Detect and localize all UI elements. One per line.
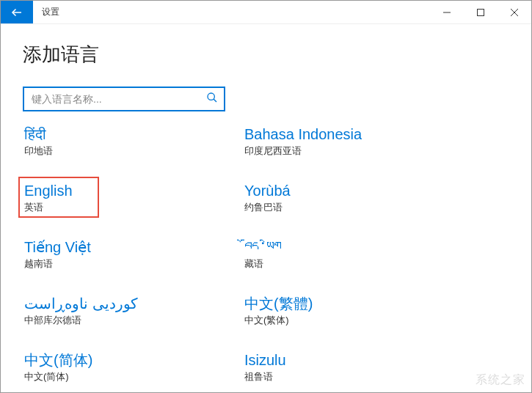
language-local-name: 藏语: [244, 257, 462, 271]
svg-point-5: [208, 93, 214, 100]
language-native-name: کوردیی ناوەڕاست: [24, 294, 241, 313]
titlebar: 设置: [1, 1, 531, 24]
titlebar-spacer: [68, 1, 430, 23]
language-native-name: Tiếng Việt: [24, 238, 241, 257]
maximize-button[interactable]: [464, 1, 498, 23]
language-native-name: हिंदी: [24, 125, 241, 144]
language-native-name: Isizulu: [244, 350, 462, 370]
language-grid: हिंदी印地语Bahasa Indonesia印度尼西亚语English英语Y…: [23, 122, 509, 393]
language-native-name: Yorùbá: [244, 181, 462, 200]
language-local-name: 祖鲁语: [244, 370, 462, 383]
search-box[interactable]: [23, 87, 225, 111]
language-local-name: 印地语: [24, 144, 241, 158]
language-native-name: 中文(简体): [24, 350, 241, 370]
language-local-name: 约鲁巴语: [244, 201, 462, 214]
back-button[interactable]: [1, 1, 33, 23]
language-native-name: Bahasa Indonesia: [244, 125, 462, 144]
language-local-name: 中部库尔德语: [24, 314, 241, 327]
language-local-name: 印度尼西亚语: [244, 144, 462, 158]
search-icon: [206, 92, 218, 106]
language-local-name: 越南语: [24, 257, 241, 271]
minimize-button[interactable]: [430, 1, 464, 23]
language-item[interactable]: English英语: [23, 178, 243, 217]
language-item[interactable]: བོད་ཡིག藏语: [243, 235, 463, 273]
maximize-icon: [477, 9, 484, 16]
svg-rect-2: [478, 9, 484, 15]
language-local-name: 中文(繁体): [244, 314, 462, 327]
window-title: 设置: [33, 1, 68, 23]
minimize-icon: [443, 9, 451, 16]
language-local-name: 英语: [24, 201, 241, 214]
language-item[interactable]: हिंदी印地语: [23, 122, 243, 161]
language-item[interactable]: Tiếng Việt越南语: [23, 235, 243, 273]
search-input[interactable]: [32, 93, 206, 105]
language-item[interactable]: Yorùbá约鲁巴语: [243, 178, 463, 217]
window-controls: [430, 1, 531, 23]
language-native-name: བོད་ཡིག: [244, 238, 462, 257]
language-item[interactable]: 中文(简体)中文(简体): [23, 348, 243, 386]
language-item[interactable]: کوردیی ناوەڕاست中部库尔德语: [23, 291, 243, 330]
close-icon: [511, 9, 518, 16]
close-button[interactable]: [498, 1, 531, 23]
language-native-name: English: [24, 181, 241, 200]
language-native-name: 中文(繁體): [244, 294, 462, 313]
page-title: 添加语言: [23, 42, 509, 67]
language-item[interactable]: Isizulu祖鲁语: [243, 348, 463, 386]
svg-line-6: [214, 99, 216, 102]
arrow-left-icon: [10, 6, 23, 19]
language-local-name: 中文(简体): [24, 370, 241, 383]
content-area: 添加语言 हिंदी印地语Bahasa Indonesia印度尼西亚语Engli…: [1, 24, 531, 393]
language-item[interactable]: 中文(繁體)中文(繁体): [243, 291, 463, 330]
language-item[interactable]: Bahasa Indonesia印度尼西亚语: [243, 122, 463, 161]
